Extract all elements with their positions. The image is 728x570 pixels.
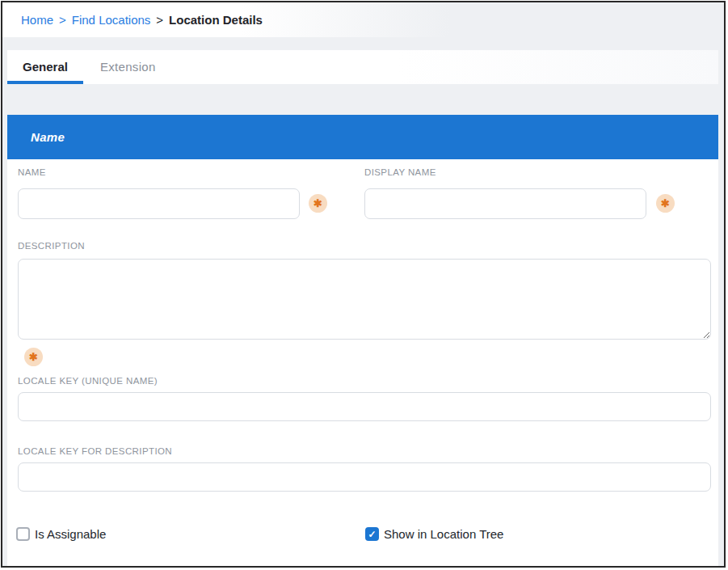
tab-extension[interactable]: Extension	[100, 50, 156, 84]
location-details-form: Name NAME ✱ DISPLAY NAME ✱ DESCRIPTION ✱…	[7, 115, 718, 568]
tab-general[interactable]: General	[7, 50, 83, 84]
section-title: Name	[31, 130, 65, 144]
is-assignable-label: Is Assignable	[35, 527, 106, 541]
is-assignable-checkbox[interactable]: Is Assignable	[16, 527, 106, 541]
display-name-label: DISPLAY NAME	[364, 167, 436, 177]
name-input[interactable]	[18, 188, 300, 219]
required-icon: ✱	[24, 348, 43, 366]
show-in-location-tree-label: Show in Location Tree	[384, 527, 503, 541]
breadcrumb-separator: >	[59, 13, 66, 27]
window-frame: Home > Find Locations > Location Details…	[1, 1, 726, 568]
checkbox-checked-icon[interactable]: ✓	[365, 527, 379, 541]
breadcrumb-link-home[interactable]: Home	[21, 13, 53, 27]
locale-key-for-description-label: LOCALE KEY FOR DESCRIPTION	[18, 446, 172, 456]
required-icon: ✱	[309, 194, 327, 213]
locale-key-label: LOCALE KEY (UNIQUE NAME)	[18, 376, 158, 386]
display-name-input[interactable]	[364, 188, 646, 219]
breadcrumb-separator: >	[156, 13, 163, 27]
show-in-location-tree-checkbox[interactable]: ✓ Show in Location Tree	[365, 527, 503, 541]
active-tab-indicator	[7, 81, 83, 84]
locale-key-for-description-input[interactable]	[18, 462, 711, 492]
description-label: DESCRIPTION	[18, 241, 85, 251]
name-label: NAME	[18, 167, 46, 177]
locale-key-input[interactable]	[18, 392, 711, 421]
required-icon: ✱	[656, 194, 675, 213]
form-body: NAME ✱ DISPLAY NAME ✱ DESCRIPTION ✱ LOCA…	[7, 159, 718, 568]
breadcrumb-link-find-locations[interactable]: Find Locations	[72, 13, 151, 27]
breadcrumb: Home > Find Locations > Location Details	[2, 2, 724, 37]
breadcrumb-current-page: Location Details	[169, 13, 263, 27]
description-textarea[interactable]	[18, 259, 711, 340]
checkmark-icon: ✓	[368, 530, 376, 539]
tab-bar: General Extension	[7, 50, 718, 84]
checkbox-unchecked-icon[interactable]	[16, 527, 30, 541]
section-header-name: Name	[7, 115, 718, 159]
page: Home > Find Locations > Location Details…	[0, 0, 728, 570]
